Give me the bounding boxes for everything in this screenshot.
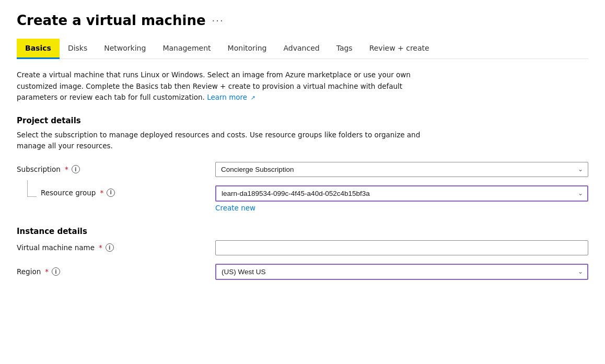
vm-name-input-col	[215, 240, 588, 255]
subscription-dropdown[interactable]: Concierge Subscription	[215, 162, 588, 177]
subscription-label-col: Subscription * i	[17, 165, 215, 173]
region-input-col: (US) West US ⌄	[215, 264, 588, 280]
region-dropdown-wrapper: (US) West US ⌄	[215, 264, 588, 280]
tab-review-create[interactable]: Review + create	[361, 39, 438, 59]
region-dropdown[interactable]: (US) West US	[215, 264, 588, 280]
tab-disks[interactable]: Disks	[60, 39, 96, 59]
tab-advanced[interactable]: Advanced	[275, 39, 328, 59]
project-details-title: Project details	[17, 116, 588, 125]
region-label-col: Region * i	[17, 267, 215, 276]
resource-group-dropdown-wrapper: learn-da189534-099c-4f45-a40d-052c4b15bf…	[215, 185, 588, 202]
tab-basics[interactable]: Basics	[17, 39, 60, 59]
vm-name-required: *	[99, 243, 102, 252]
create-new-link[interactable]: Create new	[215, 204, 255, 212]
tab-management[interactable]: Management	[154, 39, 219, 59]
more-options-icon[interactable]: ···	[212, 15, 224, 26]
page-title: Create a virtual machine	[17, 13, 206, 28]
subscription-label: Subscription	[17, 165, 61, 173]
vm-name-row: Virtual machine name * i	[17, 240, 588, 255]
project-details-description: Select the subscription to manage deploy…	[17, 130, 445, 151]
subscription-info-icon[interactable]: i	[72, 165, 80, 173]
tabs-bar: Basics Disks Networking Management Monit…	[17, 39, 588, 59]
resource-group-info-icon[interactable]: i	[107, 189, 115, 197]
instance-details-title: Instance details	[17, 227, 588, 236]
tab-networking[interactable]: Networking	[96, 39, 154, 59]
subscription-input-col: Concierge Subscription ⌄	[215, 162, 588, 177]
region-info-icon[interactable]: i	[52, 267, 60, 276]
subscription-dropdown-wrapper: Concierge Subscription ⌄	[215, 162, 588, 177]
region-required: *	[45, 267, 49, 276]
instance-details-section: Instance details Virtual machine name * …	[17, 227, 588, 280]
learn-more-link[interactable]: Learn more ↗	[207, 93, 255, 101]
resource-group-required: *	[100, 189, 103, 197]
vm-name-input[interactable]	[215, 240, 588, 255]
tab-tags[interactable]: Tags	[328, 39, 361, 59]
tab-monitoring[interactable]: Monitoring	[219, 39, 275, 59]
resource-group-input-col: learn-da189534-099c-4f45-a40d-052c4b15bf…	[215, 185, 588, 212]
resource-group-dropdown[interactable]: learn-da189534-099c-4f45-a40d-052c4b15bf…	[215, 185, 588, 202]
vm-name-info-icon[interactable]: i	[106, 243, 114, 252]
region-label: Region	[17, 267, 41, 276]
subscription-row: Subscription * i Concierge Subscription …	[17, 162, 588, 177]
vm-name-label-col: Virtual machine name * i	[17, 243, 215, 252]
project-details-section: Project details Select the subscription …	[17, 116, 588, 212]
resource-group-label: Resource group	[41, 189, 96, 197]
page-description: Create a virtual machine that runs Linux…	[17, 69, 445, 103]
subscription-required: *	[65, 165, 68, 173]
vm-name-label: Virtual machine name	[17, 243, 95, 252]
external-link-icon: ↗	[250, 93, 255, 103]
region-row: Region * i (US) West US ⌄	[17, 264, 588, 280]
